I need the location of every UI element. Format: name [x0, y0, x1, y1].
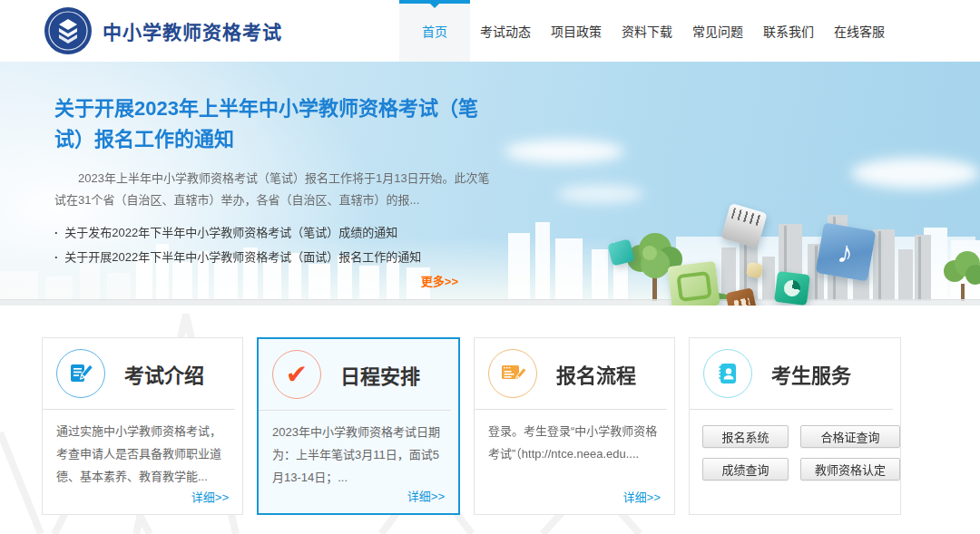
notice-title-link[interactable]: 关于开展2023年上半年中小学教师资格考试（笔试）报名工作的通知 [54, 93, 481, 155]
news-item-link[interactable]: 关于发布2022年下半年中小学教师资格考试（笔试）成绩的通知 [54, 220, 490, 245]
card-head: 考生服务 [690, 338, 900, 409]
hero-banner: ♪ 关于开展2023年上半年中小学教师资格考试（笔试）报名工作的通知 2023年… [0, 62, 980, 306]
check-glyph: ✔ [286, 362, 308, 388]
nav-item-faq[interactable]: 常见问题 [682, 0, 753, 62]
card-exam-intro: 考试介绍 通过实施中小学教师资格考试，考查申请人是否具备教师职业道德、基本素养、… [42, 337, 243, 515]
more-link[interactable]: 更多>> [421, 275, 458, 288]
brand-link[interactable]: 中小学教师资格考试 [44, 6, 282, 55]
contact-book-icon [703, 349, 752, 398]
divider [690, 409, 893, 410]
piano-keys [731, 208, 762, 226]
cloud-icon [557, 185, 644, 203]
site-title: 中小学教师资格考试 [103, 17, 282, 44]
score-query-button[interactable]: 成绩查询 [702, 458, 789, 481]
card-title: 考生服务 [771, 359, 851, 388]
certificate-query-button[interactable]: 合格证查询 [800, 425, 900, 448]
card-head: ✔ 日程安排 [259, 339, 458, 410]
nav-item-home[interactable]: 首页 [399, 0, 470, 62]
card-signup-flow: 报名流程 登录。考生登录“中小学教师资格考试”（http://ntce.neea… [474, 337, 675, 515]
more-row: 更多>> [54, 272, 458, 289]
document-pen-icon [56, 349, 105, 398]
service-buttons: 报名系统 合格证查询 成绩查询 教师资格认定 [702, 425, 900, 481]
nav-label: 在线客服 [834, 22, 885, 40]
nav-label: 资料下载 [622, 22, 672, 40]
card-head: 考试介绍 [43, 338, 242, 409]
detail-link[interactable]: 详细>> [623, 488, 661, 505]
browser-pencil-icon [488, 349, 537, 398]
quick-cards: 考试介绍 通过实施中小学教师资格考试，考查申请人是否具备教师职业道德、基本素养、… [0, 337, 980, 515]
nav-item-downloads[interactable]: 资料下载 [612, 0, 682, 62]
qualification-certify-button[interactable]: 教师资格认定 [800, 458, 900, 481]
card-body-text: 2023年中小学教师资格考试日期为：上半年笔试3月11日，面试5月13-14日；… [272, 421, 445, 489]
detail-link[interactable]: 详细>> [191, 488, 229, 505]
cream-cube-icon [746, 262, 764, 279]
card-head: 报名流程 [475, 338, 674, 409]
banner-text-block: 关于开展2023年上半年中小学教师资格考试（笔试）报名工作的通知 2023年上半… [54, 62, 490, 289]
music-cube-icon: ♪ [816, 222, 877, 281]
nav-item-online-service[interactable]: 在线客服 [824, 0, 895, 62]
card-title: 日程安排 [340, 360, 420, 389]
news-item-link[interactable]: 关于开展2022年下半年中小学教师资格考试（面试）报名工作的通知 [54, 245, 490, 269]
screen-outline [676, 270, 711, 301]
detail-link[interactable]: 详细>> [407, 487, 445, 504]
nav-item-contact[interactable]: 联系我们 [753, 0, 824, 62]
nav-item-policies[interactable]: 项目政策 [541, 0, 612, 62]
nav-label: 考试动态 [480, 22, 531, 40]
divider [475, 409, 667, 410]
site-logo-icon [44, 6, 93, 55]
card-schedule[interactable]: ✔ 日程安排 2023年中小学教师资格考试日期为：上半年笔试3月11日，面试5月… [257, 337, 460, 515]
nav-label: 项目政策 [551, 22, 602, 40]
chart-cube-icon [774, 271, 810, 306]
abacus-cells [733, 297, 750, 306]
card-body-text: 登录。考生登录“中小学教师资格考试”（http://ntce.neea.edu.… [488, 420, 661, 465]
cloud-icon [851, 158, 980, 189]
divider [259, 410, 451, 411]
nav-label: 首页 [422, 22, 447, 40]
main-nav: 首页 考试动态 项目政策 资料下载 常见问题 联系我们 在线客服 [399, 0, 895, 62]
nav-label: 常见问题 [692, 22, 743, 40]
site-header: 中小学教师资格考试 首页 考试动态 项目政策 资料下载 常见问题 联系我们 在线… [0, 0, 980, 62]
nav-item-exam-news[interactable]: 考试动态 [470, 0, 541, 62]
signup-system-button[interactable]: 报名系统 [702, 425, 789, 448]
cloud-icon [505, 140, 624, 163]
active-tab-caret-icon [430, 4, 439, 8]
card-candidate-services: 考生服务 报名系统 合格证查询 成绩查询 教师资格认定 [689, 337, 901, 515]
checkmark-icon: ✔ [272, 350, 321, 399]
card-title: 考试介绍 [124, 359, 204, 388]
news-list: 关于发布2022年下半年中小学教师资格考试（笔试）成绩的通知 关于开展2022年… [54, 220, 490, 269]
notice-summary: 2023年上半年中小学教师资格考试（笔试）报名工作将于1月13日开始。此次笔试在… [54, 168, 490, 211]
music-note-icon: ♪ [835, 233, 857, 270]
screen-cube-icon [667, 261, 720, 306]
card-body-text: 通过实施中小学教师资格考试，考查申请人是否具备教师职业道德、基本素养、教育教学能… [56, 420, 229, 488]
pie-chart-icon [783, 279, 801, 297]
divider [43, 409, 235, 410]
card-title: 报名流程 [556, 359, 636, 388]
nav-label: 联系我们 [763, 22, 814, 40]
